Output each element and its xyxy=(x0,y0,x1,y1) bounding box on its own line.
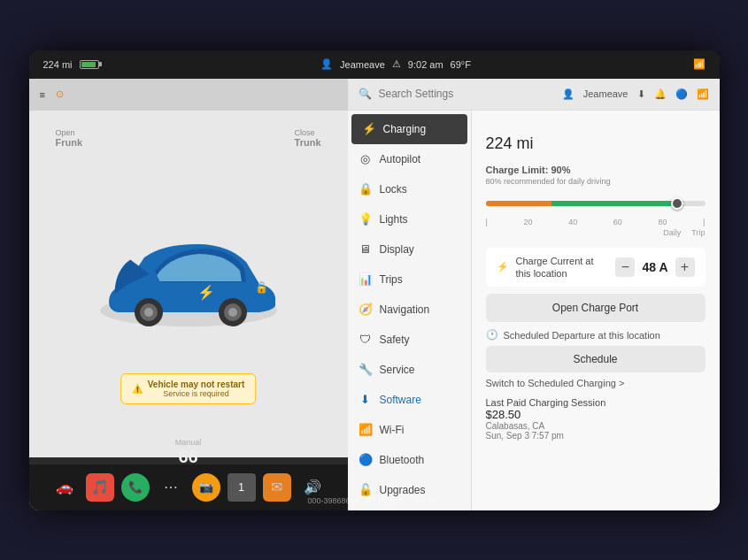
bell-icon: 🔔 xyxy=(654,88,667,100)
slider-tab-labels: Daily Trip xyxy=(486,228,706,237)
menu-icon-display: 🖥 xyxy=(359,242,373,256)
menu-item-service[interactable]: 🔧Service xyxy=(348,355,471,385)
menu-icon-autopilot: ◎ xyxy=(359,152,373,165)
last-paid-section: Last Paid Charging Session $28.50 Calaba… xyxy=(486,397,706,441)
user-profile-icon: 👤 xyxy=(562,88,574,100)
scheduled-label: Scheduled Departure at this location xyxy=(504,330,660,341)
right-panel: 🔍 👤 Jeameave ⬇ 🔔 🔵 📶 ⚡Charging◎Autopilot… xyxy=(348,79,720,510)
switch-charging-link[interactable]: Switch to Scheduled Charging > xyxy=(486,378,706,388)
svg-text:⚡: ⚡ xyxy=(197,284,215,301)
menu-label-lights: Lights xyxy=(380,213,408,226)
charge-current-row: ⚡ Charge Current at this location − 48 A… xyxy=(486,248,706,288)
wifi-status-icon: 📶 xyxy=(697,88,709,100)
menu-label-autopilot: Autopilot xyxy=(380,153,421,165)
menu-label-service: Service xyxy=(380,364,415,376)
menu-icon-upgrades: 🔓 xyxy=(359,483,373,496)
taskbar-dots-icon[interactable]: ⋯ xyxy=(157,473,185,502)
menu-label-wifi: Wi-Fi xyxy=(380,424,405,436)
slider-fill-green xyxy=(551,201,683,206)
battery-icon xyxy=(80,60,99,69)
menu-icon-navigation: 🧭 xyxy=(359,303,373,316)
menu-item-wifi[interactable]: 📶Wi-Fi xyxy=(348,415,471,445)
charge-limit-sub: 80% recommended for daily driving xyxy=(486,177,706,186)
menu-item-trips[interactable]: 📊Trips xyxy=(348,265,471,295)
taskbar-music-icon[interactable]: 🎵 xyxy=(86,473,114,502)
download-icon: ⬇ xyxy=(637,88,645,100)
taskbar-camera-icon[interactable]: 📷 xyxy=(192,473,220,502)
taskbar-car-icon[interactable]: 🚗 xyxy=(50,473,79,502)
menu-label-charging: Charging xyxy=(383,123,427,135)
warning-icon: ⚠ xyxy=(392,58,401,70)
menu-icon-safety: 🛡 xyxy=(359,333,373,346)
status-temp: 69°F xyxy=(451,59,471,70)
menu-icon-lights: 💡 xyxy=(359,212,373,226)
menu-label-locks: Locks xyxy=(380,183,407,196)
manual-value: 66 xyxy=(175,447,202,467)
search-input[interactable] xyxy=(379,88,555,100)
menu-item-bluetooth[interactable]: 🔵Bluetooth xyxy=(348,445,471,475)
nav-icon-2: ⊙ xyxy=(56,88,64,100)
menu-item-locks[interactable]: 🔒Locks xyxy=(348,174,471,204)
svg-point-3 xyxy=(144,308,153,317)
menu-item-navigation[interactable]: 🧭Navigation xyxy=(348,295,471,325)
trunk-label: Close Trunk xyxy=(295,128,321,148)
search-icon: 🔍 xyxy=(359,88,372,100)
taskbar: Manual 66 🚗 🎵 📞 ⋯ 📷 1 ✉ 🔊 xyxy=(29,464,348,510)
slider-labels: |20406080| xyxy=(486,218,706,226)
menu-item-lights[interactable]: 💡Lights xyxy=(348,204,471,234)
menu-icon-locks: 🔒 xyxy=(359,182,373,196)
charge-current-value: 48 A xyxy=(642,260,667,274)
charge-current-label: Charge Current at this location xyxy=(516,255,616,280)
status-bar-center: 👤 Jeameave ⚠ 9:02 am 69°F xyxy=(320,58,471,70)
taskbar-num-icon[interactable]: 1 xyxy=(227,473,256,502)
main-content: ≡ ⊙ Open Frunk Close Trunk xyxy=(29,79,720,510)
warning-box: ⚠️ Vehicle may not restart Service is re… xyxy=(120,373,257,404)
signal-icon: 📶 xyxy=(693,58,706,70)
trip-tab[interactable]: Trip xyxy=(691,228,705,237)
nav-icon-1: ≡ xyxy=(40,89,45,100)
user-icon: 👤 xyxy=(320,58,333,70)
increase-current-button[interactable]: + xyxy=(675,257,695,277)
settings-header-right: 👤 Jeameave ⬇ 🔔 🔵 📶 xyxy=(562,88,709,100)
schedule-button[interactable]: Schedule xyxy=(486,346,706,372)
decrease-current-button[interactable]: − xyxy=(615,257,635,277)
charge-mileage: 224 mi xyxy=(486,123,706,156)
taskbar-mail-icon[interactable]: ✉ xyxy=(263,473,291,502)
paid-amount: $28.50 xyxy=(486,408,706,421)
charge-limit-section: Charge Limit: 90% 80% recommended for da… xyxy=(486,165,706,237)
status-bar-right: 📶 xyxy=(693,58,706,70)
menu-label-display: Display xyxy=(380,243,414,256)
svg-point-6 xyxy=(228,308,237,317)
menu-label-navigation: Navigation xyxy=(380,303,430,316)
slider-track xyxy=(486,201,706,206)
manual-label: Manual xyxy=(175,438,202,447)
settings-header: 🔍 👤 Jeameave ⬇ 🔔 🔵 📶 xyxy=(348,79,720,111)
settings-user-name: Jeameave xyxy=(583,88,628,99)
daily-tab[interactable]: Daily xyxy=(663,228,681,237)
menu-icon-service: 🔧 xyxy=(359,363,373,376)
scheduled-row: 🕐 Scheduled Departure at this location xyxy=(486,329,706,341)
charge-slider-container[interactable] xyxy=(486,191,706,216)
left-panel: ≡ ⊙ Open Frunk Close Trunk xyxy=(29,79,348,510)
slider-thumb[interactable] xyxy=(671,197,683,210)
menu-item-display[interactable]: 🖥Display xyxy=(348,234,471,265)
menu-item-autopilot[interactable]: ◎Autopilot xyxy=(348,144,471,174)
menu-icon-charging: ⚡ xyxy=(362,122,376,135)
menu-item-safety[interactable]: 🛡Safety xyxy=(348,325,471,355)
paid-location: Calabasas, CA xyxy=(486,421,706,431)
warning-icon: ⚠️ xyxy=(132,384,143,394)
menu-item-software[interactable]: ⬇Software xyxy=(348,385,471,415)
taskbar-phone-icon[interactable]: 📞 xyxy=(121,473,150,502)
paid-date: Sun, Sep 3 7:57 pm xyxy=(486,431,706,441)
menu-item-charging[interactable]: ⚡Charging xyxy=(351,114,467,144)
menu-label-software: Software xyxy=(380,394,421,406)
menu-label-bluetooth: Bluetooth xyxy=(380,454,425,466)
charge-plug-icon: ⚡ xyxy=(497,261,509,272)
status-bar-left: 224 mi xyxy=(43,59,99,70)
open-charge-port-button[interactable]: Open Charge Port xyxy=(486,294,706,322)
last-paid-label: Last Paid Charging Session xyxy=(486,397,706,408)
mileage-display: 224 mi xyxy=(43,59,73,70)
car-illustration: ⚡ 🔓 xyxy=(82,213,295,355)
warning-subtitle: Service is required xyxy=(148,389,245,398)
menu-icon-trips: 📊 xyxy=(359,272,373,286)
